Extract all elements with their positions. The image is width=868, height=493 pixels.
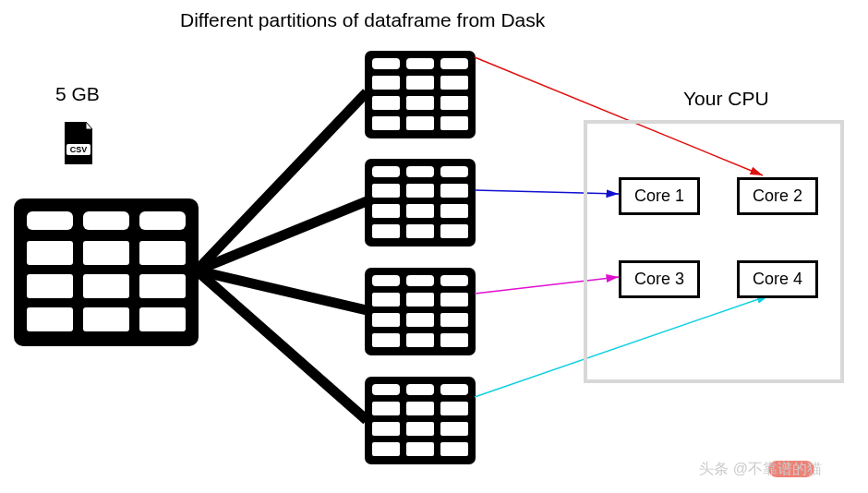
- svg-rect-14: [139, 307, 186, 331]
- svg-rect-16: [372, 58, 400, 69]
- watermark-text: 头条 @不靠谱的猫: [699, 460, 822, 479]
- svg-rect-47: [440, 293, 468, 307]
- diagram-title: Different partitions of dataframe from D…: [180, 9, 545, 31]
- svg-rect-56: [406, 384, 434, 395]
- source-dataframe-icon: [14, 198, 199, 346]
- svg-rect-21: [440, 76, 468, 90]
- svg-rect-27: [440, 116, 468, 130]
- svg-rect-45: [372, 293, 400, 307]
- svg-rect-51: [372, 333, 400, 347]
- svg-rect-55: [372, 384, 400, 395]
- svg-rect-37: [440, 204, 468, 218]
- svg-line-70: [197, 271, 367, 420]
- svg-rect-7: [83, 241, 129, 265]
- svg-text:CSV: CSV: [70, 145, 88, 154]
- svg-rect-11: [139, 274, 186, 298]
- svg-rect-26: [406, 116, 434, 130]
- svg-rect-6: [27, 241, 73, 265]
- cpu-box: [584, 120, 844, 383]
- svg-rect-46: [406, 293, 434, 307]
- svg-rect-63: [440, 422, 468, 436]
- svg-rect-4: [83, 211, 129, 230]
- svg-rect-24: [440, 96, 468, 110]
- svg-rect-29: [372, 166, 400, 177]
- svg-rect-57: [440, 384, 468, 395]
- core-4: Core 4: [737, 260, 818, 298]
- core-1: Core 1: [619, 177, 700, 215]
- svg-rect-53: [440, 333, 468, 347]
- partition-icon-3: [365, 268, 476, 355]
- partition-icon-4: [365, 377, 476, 464]
- svg-rect-43: [406, 275, 434, 286]
- svg-rect-65: [406, 442, 434, 456]
- svg-rect-60: [440, 402, 468, 415]
- partition-icon-1: [365, 51, 476, 138]
- svg-rect-49: [406, 313, 434, 327]
- svg-rect-18: [440, 58, 468, 69]
- svg-rect-20: [406, 76, 434, 90]
- svg-rect-52: [406, 333, 434, 347]
- svg-rect-66: [440, 442, 468, 456]
- file-size-label: 5 GB: [55, 83, 100, 105]
- svg-rect-36: [406, 204, 434, 218]
- svg-rect-50: [440, 313, 468, 327]
- svg-line-68: [197, 201, 367, 271]
- csv-file-icon: CSV: [60, 120, 97, 166]
- svg-rect-62: [406, 422, 434, 436]
- svg-rect-22: [372, 96, 400, 110]
- partition-icon-2: [365, 159, 476, 246]
- svg-rect-44: [440, 275, 468, 286]
- svg-rect-39: [406, 224, 434, 238]
- svg-rect-34: [440, 184, 468, 198]
- svg-rect-58: [372, 402, 400, 415]
- svg-rect-19: [372, 76, 400, 90]
- svg-rect-33: [406, 184, 434, 198]
- svg-rect-25: [372, 116, 400, 130]
- svg-rect-48: [372, 313, 400, 327]
- svg-rect-3: [27, 211, 73, 230]
- svg-line-67: [197, 92, 367, 271]
- svg-rect-23: [406, 96, 434, 110]
- svg-rect-13: [83, 307, 129, 331]
- core-3: Core 3: [619, 260, 700, 298]
- svg-rect-59: [406, 402, 434, 415]
- cpu-label: Your CPU: [683, 88, 769, 110]
- svg-rect-12: [27, 307, 73, 331]
- svg-rect-8: [139, 241, 186, 265]
- svg-rect-64: [372, 442, 400, 456]
- svg-rect-31: [440, 166, 468, 177]
- svg-rect-32: [372, 184, 400, 198]
- svg-rect-9: [27, 274, 73, 298]
- svg-rect-17: [406, 58, 434, 69]
- svg-rect-5: [139, 211, 186, 230]
- svg-rect-38: [372, 224, 400, 238]
- svg-rect-10: [83, 274, 129, 298]
- svg-rect-42: [372, 275, 400, 286]
- svg-rect-30: [406, 166, 434, 177]
- svg-rect-61: [372, 422, 400, 436]
- core-2: Core 2: [737, 177, 818, 215]
- svg-line-69: [197, 271, 367, 310]
- svg-rect-40: [440, 224, 468, 238]
- svg-rect-35: [372, 204, 400, 218]
